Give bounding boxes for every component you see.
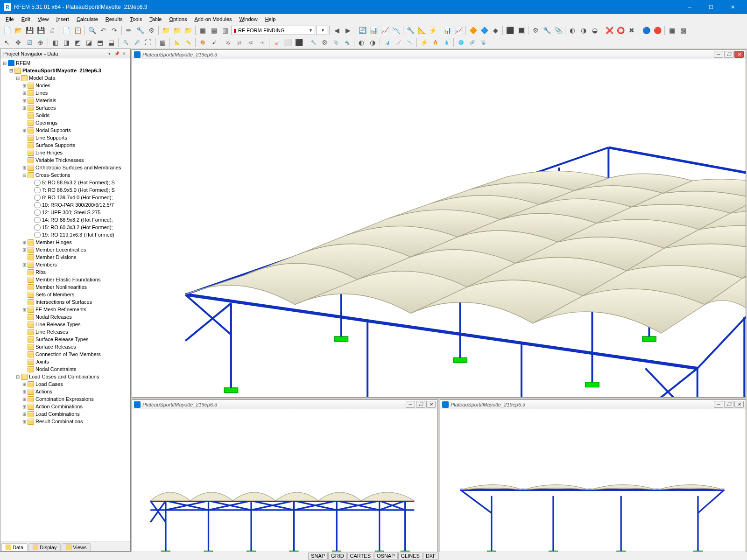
- toolbar-button[interactable]: 🔵: [641, 25, 651, 35]
- toolbar-button[interactable]: ⬜: [282, 37, 293, 48]
- menu-tools[interactable]: Tools: [126, 15, 146, 23]
- toolbar-button[interactable]: 🔧: [542, 25, 552, 35]
- toolbar-button[interactable]: 🎨: [197, 37, 208, 48]
- menu-calculate[interactable]: Calculate: [73, 15, 102, 23]
- toolbar-button[interactable]: 🔧: [405, 25, 416, 35]
- toolbar-button[interactable]: xz: [246, 37, 256, 48]
- toolbar-button[interactable]: 📊: [368, 25, 379, 35]
- toolbar-button[interactable]: ✥: [13, 37, 23, 48]
- combo-small[interactable]: ▼: [316, 26, 327, 35]
- menu-window[interactable]: Window: [236, 15, 261, 23]
- minimize-button[interactable]: ─: [679, 0, 700, 14]
- toolbar-button[interactable]: 🔥: [430, 37, 440, 48]
- toolbar-button[interactable]: 📊: [382, 37, 392, 48]
- toolbar-button[interactable]: 📄: [2, 25, 12, 35]
- toolbar-button[interactable]: ⛶: [143, 37, 153, 48]
- toolbar-button[interactable]: ▦: [157, 37, 168, 48]
- toolbar-button[interactable]: ▥: [220, 25, 230, 35]
- toolbar-button[interactable]: 📡: [478, 37, 488, 48]
- toolbar-button[interactable]: 🔳: [516, 25, 526, 35]
- toolbar-button[interactable]: 🔗: [467, 37, 477, 48]
- toolbar-button[interactable]: ⬛: [294, 37, 304, 48]
- toolbar-button[interactable]: ⚙: [530, 25, 541, 35]
- toolbar-button[interactable]: 💧: [441, 37, 451, 48]
- toolbar-button[interactable]: 🔷: [479, 25, 489, 35]
- toolbar-button[interactable]: ▦: [197, 25, 208, 35]
- toolbar-button[interactable]: ◨: [61, 37, 71, 48]
- toolbar-button[interactable]: ▤: [209, 25, 219, 35]
- toolbar-button[interactable]: 🖨: [47, 25, 57, 35]
- toolbar-button[interactable]: ◐: [356, 37, 366, 48]
- toolbar-button[interactable]: ◒: [590, 25, 600, 35]
- toolbar-button[interactable]: 💾: [35, 25, 46, 35]
- toolbar-button[interactable]: ◀: [331, 25, 342, 35]
- toolbar-button[interactable]: 🔍: [120, 37, 131, 48]
- toolbar-button[interactable]: 📐: [172, 37, 182, 48]
- toolbar-button[interactable]: ◐: [567, 25, 578, 35]
- toolbar-button[interactable]: ⊕: [35, 37, 46, 48]
- toolbar-button[interactable]: ⚙: [146, 25, 156, 35]
- toolbar-button[interactable]: ⚙: [319, 37, 330, 48]
- toolbar-button[interactable]: 📁: [161, 25, 171, 35]
- toolbar-button[interactable]: 📉: [391, 25, 401, 35]
- toolbar-button[interactable]: 🔍: [87, 25, 97, 35]
- toolbar-button[interactable]: 📈: [380, 25, 390, 35]
- toolbar-button[interactable]: ▦: [667, 25, 677, 35]
- toolbar-button[interactable]: 📊: [442, 25, 452, 35]
- toolbar-button[interactable]: ⬛: [505, 25, 515, 35]
- toolbar-button[interactable]: ▶: [343, 25, 353, 35]
- menu-edit[interactable]: Edit: [18, 15, 34, 23]
- toolbar-button[interactable]: 📄: [61, 25, 71, 35]
- toolbar-button[interactable]: ⚡: [428, 25, 438, 35]
- toolbar-button[interactable]: ◧: [50, 37, 60, 48]
- toolbar-button[interactable]: ▩: [678, 25, 688, 35]
- toolbar-button[interactable]: 🔧: [308, 37, 318, 48]
- toolbar-button[interactable]: 🔩: [342, 37, 352, 48]
- toolbar-button[interactable]: 🔄: [357, 25, 367, 35]
- menu-results[interactable]: Results: [102, 15, 127, 23]
- toolbar-button[interactable]: 📉: [404, 37, 415, 48]
- maximize-button[interactable]: ☐: [700, 0, 722, 14]
- toolbar-button[interactable]: ⭕: [615, 25, 626, 35]
- menu-table[interactable]: Table: [146, 15, 165, 23]
- toolbar-button[interactable]: 🔧: [135, 25, 145, 35]
- toolbar-button[interactable]: ◩: [72, 37, 83, 48]
- toolbar-button[interactable]: xy: [223, 37, 233, 48]
- toolbar-button[interactable]: ↶: [98, 25, 108, 35]
- menu-insert[interactable]: Insert: [52, 15, 73, 23]
- menu-view[interactable]: View: [34, 15, 53, 23]
- toolbar-button[interactable]: ◑: [367, 37, 378, 48]
- toolbar-button[interactable]: ⬓: [106, 37, 116, 48]
- toolbar-button[interactable]: ⚡: [419, 37, 429, 48]
- toolbar-button[interactable]: 🖌: [209, 37, 219, 48]
- toolbar-button[interactable]: ◆: [490, 25, 500, 35]
- menu-options[interactable]: Options: [165, 15, 190, 23]
- toolbar-button[interactable]: 📁: [183, 25, 193, 35]
- toolbar-button[interactable]: 📊: [271, 37, 282, 48]
- toolbar-button[interactable]: ✏: [124, 25, 134, 35]
- toolbar-button[interactable]: 🔄: [24, 37, 35, 48]
- toolbar-button[interactable]: 📐: [416, 25, 427, 35]
- toolbar-button[interactable]: ↖: [2, 37, 12, 48]
- toolbar-button[interactable]: 📋: [72, 25, 83, 35]
- toolbar-button[interactable]: ◑: [578, 25, 589, 35]
- toolbar-button[interactable]: 📂: [13, 25, 23, 35]
- close-button[interactable]: ✕: [722, 0, 743, 14]
- toolbar-button[interactable]: 🔶: [468, 25, 478, 35]
- toolbar-button[interactable]: ◪: [84, 37, 94, 48]
- toolbar-button[interactable]: 🔴: [652, 25, 662, 35]
- toolbar-button[interactable]: ❌: [604, 25, 614, 35]
- toolbar-button[interactable]: 🌐: [456, 37, 466, 48]
- toolbar-button[interactable]: 📎: [331, 37, 341, 48]
- toolbar-button[interactable]: yz: [234, 37, 245, 48]
- toolbar-button[interactable]: ↷: [109, 25, 120, 35]
- toolbar-button[interactable]: 📁: [172, 25, 182, 35]
- toolbar-button[interactable]: 📈: [393, 37, 403, 48]
- toolbar-button[interactable]: 📏: [183, 37, 193, 48]
- menu-help[interactable]: Help: [261, 15, 280, 23]
- toolbar-button[interactable]: 💾: [24, 25, 35, 35]
- loadcase-combo[interactable]: ▮RF-FORM-FINDING▼: [231, 26, 315, 35]
- toolbar-button[interactable]: ✖: [627, 25, 637, 35]
- toolbar-button[interactable]: 📎: [553, 25, 563, 35]
- toolbar-button[interactable]: -x: [257, 37, 267, 48]
